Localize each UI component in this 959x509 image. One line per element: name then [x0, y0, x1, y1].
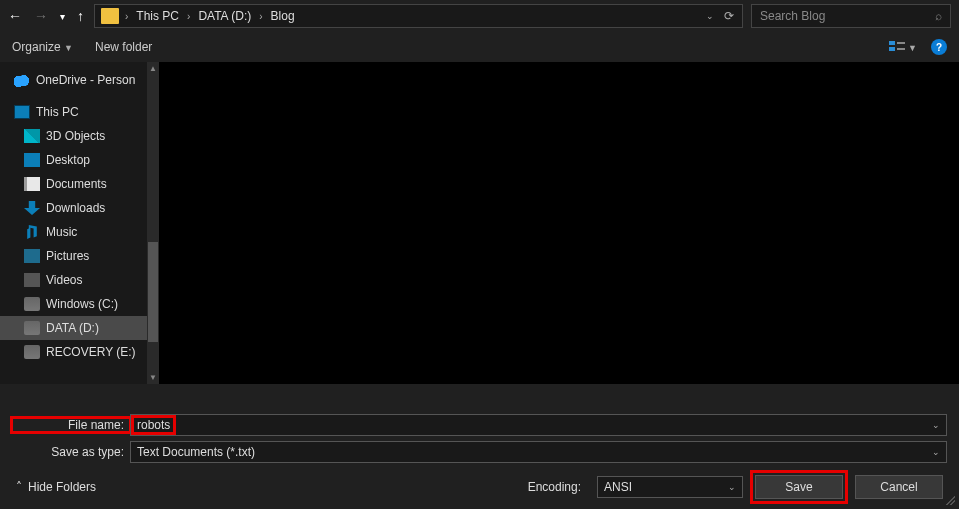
hide-folders-button[interactable]: ˄ Hide Folders — [16, 480, 96, 494]
breadcrumb: › This PC › DATA (D:) › Blog — [125, 7, 299, 25]
desktop-icon — [24, 153, 40, 167]
nav-arrows: ← → ▾ ↑ — [8, 8, 84, 24]
scroll-down-icon[interactable]: ▼ — [149, 373, 157, 382]
svg-rect-0 — [889, 41, 895, 45]
scroll-thumb[interactable] — [148, 242, 158, 342]
drive-icon — [24, 345, 40, 359]
crumb-thispc[interactable]: This PC — [132, 7, 183, 25]
sidebar-item-downloads[interactable]: Downloads — [0, 196, 159, 220]
address-bar: ← → ▾ ↑ › This PC › DATA (D:) › Blog ⌄ ⟳… — [0, 0, 959, 32]
chevron-down-icon[interactable]: ⌄ — [932, 447, 940, 457]
breadcrumb-bar[interactable]: › This PC › DATA (D:) › Blog ⌄ ⟳ — [94, 4, 743, 28]
saveastype-select[interactable]: Text Documents (*.txt) ⌄ — [130, 441, 947, 463]
chevron-down-icon[interactable]: ⌄ — [932, 420, 940, 430]
filename-row: File name: robots ⌄ — [12, 413, 947, 437]
sidebar-item-videos[interactable]: Videos — [0, 268, 159, 292]
chevron-right-icon: › — [259, 11, 262, 22]
sidebar-item-documents[interactable]: Documents — [0, 172, 159, 196]
chevron-down-icon[interactable]: ⌄ — [728, 482, 736, 492]
chevron-right-icon: › — [187, 11, 190, 22]
crumb-folder[interactable]: Blog — [267, 7, 299, 25]
filename-input[interactable]: robots ⌄ — [130, 414, 947, 436]
svg-rect-3 — [897, 48, 905, 50]
help-icon[interactable]: ? — [931, 39, 947, 55]
sidebar-item-drive-c[interactable]: Windows (C:) — [0, 292, 159, 316]
chevron-up-icon: ˄ — [16, 480, 22, 494]
cloud-icon — [14, 73, 30, 87]
drive-icon — [24, 297, 40, 311]
encoding-label: Encoding: — [528, 480, 581, 494]
saveastype-label: Save as type: — [12, 445, 130, 459]
resize-grip[interactable] — [945, 495, 955, 505]
picture-icon — [24, 249, 40, 263]
path-dropdown-icon[interactable]: ⌄ — [706, 11, 714, 21]
saveastype-row: Save as type: Text Documents (*.txt) ⌄ — [12, 440, 947, 464]
forward-icon[interactable]: → — [34, 8, 48, 24]
sidebar-scrollbar[interactable]: ▲ ▼ — [147, 62, 159, 384]
view-button[interactable]: ▼ — [889, 40, 917, 54]
back-icon[interactable]: ← — [8, 8, 22, 24]
filename-label: File name: — [12, 418, 130, 432]
scroll-up-icon[interactable]: ▲ — [149, 64, 157, 73]
refresh-icon[interactable]: ⟳ — [724, 9, 734, 23]
download-icon — [24, 201, 40, 215]
search-icon: ⌕ — [935, 9, 942, 23]
sidebar-item-drive-d[interactable]: DATA (D:) — [0, 316, 159, 340]
chevron-right-icon: › — [125, 11, 128, 22]
up-icon[interactable]: ↑ — [77, 8, 84, 24]
new-folder-button[interactable]: New folder — [95, 40, 152, 54]
music-icon — [24, 225, 40, 239]
save-button[interactable]: Save — [755, 475, 843, 499]
sidebar-item-onedrive[interactable]: OneDrive - Person — [0, 68, 159, 92]
search-input[interactable]: Search Blog ⌕ — [751, 4, 951, 28]
sidebar: OneDrive - Person This PC 3D Objects Des… — [0, 62, 160, 384]
pc-icon — [14, 105, 30, 119]
encoding-select[interactable]: ANSI ⌄ — [597, 476, 743, 498]
sidebar-item-pictures[interactable]: Pictures — [0, 244, 159, 268]
chevron-down-icon: ▼ — [908, 43, 917, 53]
toolbar: Organize ▼ New folder ▼ ? — [0, 32, 959, 62]
cube-icon — [24, 129, 40, 143]
filename-value: robots — [133, 417, 174, 433]
folder-icon — [101, 8, 119, 24]
sidebar-item-3dobjects[interactable]: 3D Objects — [0, 124, 159, 148]
crumb-drive[interactable]: DATA (D:) — [194, 7, 255, 25]
sidebar-item-music[interactable]: Music — [0, 220, 159, 244]
svg-rect-1 — [889, 47, 895, 51]
recent-dropdown-icon[interactable]: ▾ — [60, 11, 65, 22]
search-placeholder: Search Blog — [760, 9, 825, 23]
sidebar-item-drive-e[interactable]: RECOVERY (E:) — [0, 340, 159, 364]
sidebar-item-desktop[interactable]: Desktop — [0, 148, 159, 172]
file-list[interactable] — [160, 62, 959, 384]
actions-row: ˄ Hide Folders Encoding: ANSI ⌄ Save Can… — [0, 467, 959, 509]
svg-rect-2 — [897, 42, 905, 44]
bottom-panel: File name: robots ⌄ Save as type: Text D… — [0, 402, 959, 509]
chevron-down-icon: ▼ — [64, 43, 73, 53]
sidebar-item-thispc[interactable]: This PC — [0, 100, 159, 124]
organize-button[interactable]: Organize ▼ — [12, 40, 73, 54]
cancel-button[interactable]: Cancel — [855, 475, 943, 499]
video-icon — [24, 273, 40, 287]
drive-icon — [24, 321, 40, 335]
document-icon — [24, 177, 40, 191]
main-area: OneDrive - Person This PC 3D Objects Des… — [0, 62, 959, 384]
